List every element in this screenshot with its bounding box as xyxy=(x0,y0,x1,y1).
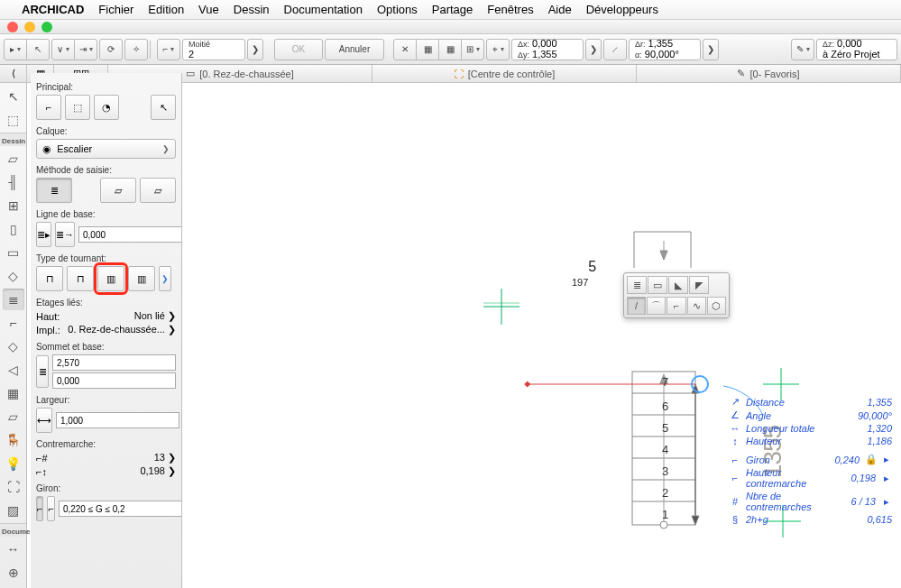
riser-height-dropdown[interactable]: 0,198 ❯ xyxy=(140,465,176,477)
menu-file[interactable]: Fichier xyxy=(98,3,133,16)
tab-control-center[interactable]: ⛶[Centre de contrôle] xyxy=(372,65,637,82)
tool-shell[interactable]: ◁ xyxy=(3,359,24,381)
elevation-icon[interactable]: ≣ xyxy=(36,355,49,388)
width-input[interactable] xyxy=(56,412,179,428)
minimize-icon[interactable] xyxy=(24,22,35,32)
tread-mode-1[interactable]: ⌐ xyxy=(36,496,43,521)
petpal-edit-tangent[interactable]: ⌐ xyxy=(667,297,685,315)
delta-ra-readout[interactable]: Δr: 1,355 α: 90,000° xyxy=(629,39,701,60)
drawing-canvas[interactable]: 1975 1 2 3 4 5 6 7 1355 ≣ ▭ ◣ ◤ / ⌒ ⌐ ∿ … xyxy=(186,83,901,588)
tool-marquee[interactable]: ⬚ xyxy=(3,109,24,131)
z-tool-dropdown[interactable]: ✎ xyxy=(791,39,814,60)
geo-method-3[interactable]: ◔ xyxy=(94,95,119,120)
menu-help[interactable]: Aide xyxy=(548,3,572,16)
petpal-winder2[interactable]: ◤ xyxy=(689,276,709,294)
tool-zone[interactable]: ⛶ xyxy=(3,476,24,498)
close-icon[interactable] xyxy=(7,22,18,32)
delta-xy-readout[interactable]: Δx: 0,000 Δy: 1,355 xyxy=(511,39,584,60)
menu-developers[interactable]: Développeurs xyxy=(586,3,658,16)
turning-1[interactable]: ⊓ xyxy=(36,266,63,291)
layer-dropdown[interactable]: ◉ Escalier xyxy=(36,139,176,159)
toolbar-rotate[interactable]: ⟳ xyxy=(99,39,123,60)
tool-object[interactable]: 🪑 xyxy=(3,429,24,451)
tool-dimension[interactable]: ↔ xyxy=(3,538,24,560)
snap-1[interactable]: ✕ xyxy=(393,39,417,60)
ratio-chevron-icon[interactable]: ❯ xyxy=(247,39,263,60)
tool-mesh[interactable]: ▨ xyxy=(3,500,24,521)
petpal-edit-curve[interactable]: ∿ xyxy=(687,297,706,315)
delta-ra-chevron-icon[interactable]: ❯ xyxy=(703,39,719,60)
tool-wall[interactable]: ▱ xyxy=(3,148,24,170)
input-method-1[interactable]: ≣ xyxy=(36,178,72,203)
pointer-button[interactable]: ↖ xyxy=(151,95,176,120)
turning-3-selected[interactable]: ▥ xyxy=(97,266,124,291)
snap-dropdown[interactable]: ⊞ xyxy=(461,39,484,60)
turning-2[interactable]: ⊓ xyxy=(67,266,94,291)
riser-count-dropdown[interactable]: 13 ❯ xyxy=(154,452,176,464)
tabbar-prev-icon[interactable]: ⟨ xyxy=(0,65,27,82)
step-2: 2 xyxy=(662,486,668,500)
petpal-edit-line[interactable]: / xyxy=(627,297,646,315)
snap-3[interactable]: ▦ xyxy=(438,39,462,60)
home-story-dropdown[interactable]: 0. Rez-de-chaussée... ❯ xyxy=(68,324,176,335)
polar-toggle[interactable]: ⟋ xyxy=(603,39,627,60)
top-elev-input[interactable] xyxy=(52,354,176,371)
delta-xy-chevron-icon[interactable]: ❯ xyxy=(585,39,602,60)
giron-lock-icon[interactable]: 🔒 xyxy=(865,454,876,465)
petpal-straight[interactable]: ≣ xyxy=(627,276,647,294)
tool-stair[interactable]: ≣ xyxy=(3,289,24,310)
geo-method-2[interactable]: ⬚ xyxy=(65,95,90,120)
bottom-elev-input[interactable] xyxy=(52,372,176,389)
tool-column[interactable]: ▯ xyxy=(3,218,24,240)
tool-roof[interactable]: ◇ xyxy=(3,335,24,357)
offset-dropdown[interactable]: ⇥ xyxy=(74,39,97,60)
tool-beam[interactable]: ▭ xyxy=(3,242,24,263)
tool-door[interactable]: ╢ xyxy=(3,171,24,193)
input-method-3[interactable]: ▱ xyxy=(140,178,176,203)
petpal-edit-arc[interactable]: ⌒ xyxy=(647,297,666,315)
toolbar-mirror[interactable]: ✧ xyxy=(124,39,148,60)
baseline-pos-dropdown[interactable]: ≣▸ xyxy=(36,222,51,247)
ratio-field[interactable]: Moitié 2 xyxy=(182,39,245,60)
menu-options[interactable]: Options xyxy=(377,3,418,16)
menu-share[interactable]: Partage xyxy=(432,3,473,16)
tool-railing[interactable]: ⌐ xyxy=(3,312,24,334)
menu-design[interactable]: Dessin xyxy=(234,3,270,16)
tool-arrow[interactable]: ↖ xyxy=(3,86,24,107)
turning-more-icon[interactable]: ❯ xyxy=(159,266,171,291)
menu-edit[interactable]: Edition xyxy=(148,3,184,16)
baseline-offset-input[interactable] xyxy=(78,226,182,243)
tab-favorites[interactable]: ✎[0- Favoris] xyxy=(637,65,901,82)
cursor-mode-dropdown[interactable]: ▸ xyxy=(4,39,27,60)
snap-2[interactable]: ▦ xyxy=(416,39,439,60)
app-name[interactable]: ARCHICAD xyxy=(22,3,84,16)
geo-method-1[interactable]: ⌐ xyxy=(36,95,61,120)
cancel-button[interactable]: Annuler xyxy=(325,39,384,60)
tread-mode-2[interactable]: ⌐ xyxy=(47,496,54,521)
tool-window[interactable]: ⊞ xyxy=(3,195,24,216)
menu-documentation[interactable]: Documentation xyxy=(284,3,363,16)
top-link-dropdown[interactable]: Non lié ❯ xyxy=(134,310,176,322)
angle-dropdown[interactable]: ∨ xyxy=(51,39,75,60)
petpal-edit-poly[interactable]: ⬡ xyxy=(707,297,726,315)
zoom-icon[interactable] xyxy=(41,22,52,32)
baseline-offset-icon[interactable]: ≣→ xyxy=(55,222,75,247)
tool-level[interactable]: ⊕ xyxy=(3,562,24,583)
menu-view[interactable]: Vue xyxy=(198,3,219,16)
toolbar-arrow[interactable]: ↖ xyxy=(26,39,50,60)
line-tool-dropdown[interactable]: ⌐ xyxy=(157,39,180,60)
tool-morph[interactable]: ▱ xyxy=(3,406,24,427)
tool-lamp[interactable]: 💡 xyxy=(3,453,24,474)
gravity-dropdown[interactable]: ⌖ xyxy=(486,39,510,60)
width-icon[interactable]: ⟷ xyxy=(36,408,52,433)
turning-4[interactable]: ▥ xyxy=(128,266,155,291)
petpal-winder1[interactable]: ◣ xyxy=(668,276,688,294)
tool-curtain[interactable]: ▦ xyxy=(3,382,24,404)
menu-windows[interactable]: Fenêtres xyxy=(487,3,533,16)
petpal-landing[interactable]: ▭ xyxy=(648,276,667,294)
delta-z-readout[interactable]: Δz: 0,000 à Zéro Projet xyxy=(816,39,897,60)
ok-button[interactable]: OK xyxy=(274,39,323,60)
input-method-2[interactable]: ▱ xyxy=(100,178,136,203)
tool-slab[interactable]: ◇ xyxy=(3,265,24,287)
tread-input[interactable] xyxy=(59,501,182,517)
